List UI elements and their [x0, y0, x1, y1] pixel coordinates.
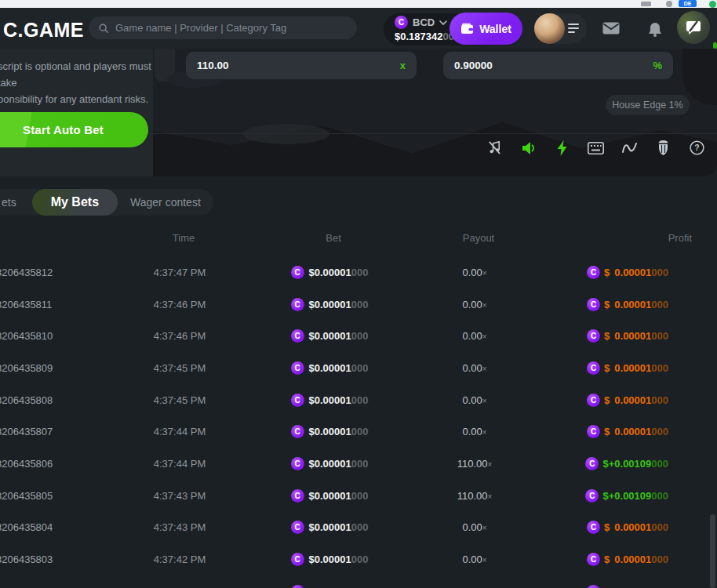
bcd-coin-icon: C: [587, 329, 600, 343]
table-row[interactable]: 8206435806 4:37:44 PM C $0.00001000 110.…: [0, 448, 717, 480]
table-rows: 8206435812 4:37:47 PM C $0.00001000 0.00…: [0, 256, 717, 588]
start-auto-bet-button[interactable]: Start Auto Bet: [0, 112, 148, 147]
percent-icon: %: [653, 60, 662, 71]
currency-selector[interactable]: C BCD $0.18734200: [395, 16, 454, 42]
table-row[interactable]: 8206435811 4:37:46 PM C $0.00001000 0.00…: [0, 289, 717, 321]
tab-my-bets[interactable]: My Bets: [32, 189, 118, 216]
bcd-coin-icon: C: [395, 16, 408, 29]
bet-id: 8206435806: [0, 458, 122, 470]
bcd-coin-icon: C: [291, 489, 304, 503]
bet-id: 8206435805: [0, 490, 122, 502]
bet-amount: $0.00001000: [309, 394, 369, 406]
bet-amount: $0.00001000: [309, 554, 369, 565]
bcd-coin-icon: C: [587, 361, 600, 375]
table-header: Time Bet Payout Profit: [0, 232, 717, 244]
payout-multiplier-input[interactable]: 110.00 x: [186, 52, 417, 79]
bcd-coin-icon: C: [587, 298, 600, 311]
bcd-coin-icon: C: [291, 521, 304, 534]
bet-amount: $0.00001000: [309, 426, 369, 437]
site-logo[interactable]: C.GAME: [3, 19, 84, 42]
payout-multiplier: 0.00×: [421, 554, 528, 565]
bet-id: 8206435808: [0, 394, 122, 406]
bell-icon[interactable]: [648, 22, 662, 41]
profile-menu[interactable]: [534, 13, 587, 44]
win-chance-value: 0.90000: [454, 60, 653, 71]
profit-amount: $0.00001000: [604, 362, 668, 374]
music-off-icon[interactable]: [486, 140, 503, 156]
chat-disabled-icon[interactable]: [677, 11, 710, 44]
table-row-partial[interactable]: C $0.00001000 0.00× C $0.00001000: [0, 575, 717, 588]
bcd-coin-icon: C: [291, 585, 304, 588]
table-row[interactable]: 8206435803 4:37:42 PM C $0.00001000 0.00…: [0, 543, 717, 575]
trends-wave-icon[interactable]: [621, 140, 638, 156]
browser-toolbar-strip: DE: [0, 0, 717, 8]
payout-multiplier: 0.00×: [421, 426, 528, 437]
game-panel: 110.00 x 0.90000 % House Edge 1%: [153, 49, 717, 176]
profit-amount: $0.00001000: [604, 330, 668, 342]
sound-on-icon[interactable]: [520, 140, 537, 156]
bet-amount: $0.00001000: [309, 458, 369, 470]
bcd-coin-icon: C: [587, 425, 600, 438]
table-row[interactable]: 8206435809 4:37:45 PM C $0.00001000 0.00…: [0, 352, 717, 384]
table-row[interactable]: 8206435805 4:37:43 PM C $0.00001000 110.…: [0, 480, 717, 512]
browser-profile-icon[interactable]: [666, 1, 672, 7]
bcd-coin-icon: C: [291, 298, 304, 311]
header-payout: Payout: [425, 232, 532, 244]
turbo-bolt-icon[interactable]: [554, 140, 570, 156]
browser-status-dot: [709, 1, 716, 8]
win-chance-input[interactable]: 0.90000 %: [443, 52, 673, 79]
bcd-coin-icon: C: [291, 553, 304, 566]
notification-dot: [713, 42, 717, 49]
bet-time: 4:37:43 PM: [122, 521, 238, 533]
table-row[interactable]: 8206435810 4:37:46 PM C $0.00001000 0.00…: [0, 320, 717, 352]
bet-time: 4:37:47 PM: [122, 267, 238, 278]
hotkeys-keyboard-icon[interactable]: [588, 140, 604, 156]
bcd-coin-icon: C: [587, 266, 600, 279]
autobet-panel: script is optional and players must take…: [0, 49, 153, 176]
payout-multiplier: 110.00×: [421, 490, 528, 502]
payout-multiplier: 0.00×: [421, 362, 528, 374]
wallet-label: Wallet: [479, 23, 511, 35]
bcd-coin-icon: C: [587, 521, 600, 534]
table-row[interactable]: 8206435804 4:37:43 PM C $0.00001000 0.00…: [0, 512, 717, 544]
profit-amount: $+0.00109000: [602, 458, 668, 470]
language-badge[interactable]: DE: [679, 0, 697, 7]
bcd-coin-icon: C: [291, 329, 304, 343]
profit-amount: $0.00001000: [604, 554, 668, 565]
bet-amount: $0.00001000: [309, 267, 369, 278]
multiplier-x-icon: x: [400, 60, 406, 71]
bet-time: 4:37:44 PM: [122, 426, 238, 437]
wallet-icon: [460, 23, 474, 34]
toolbar-divider: [153, 133, 717, 134]
header-id: [0, 232, 126, 244]
avatar[interactable]: [534, 13, 565, 44]
bcd-coin-icon: C: [291, 425, 304, 438]
profit-amount: $0.00001000: [604, 521, 668, 533]
search-icon: [98, 23, 109, 34]
bet-id: 8206435807: [0, 426, 122, 437]
browser-extension-icon[interactable]: [641, 2, 651, 6]
table-row[interactable]: 8206435812 4:37:47 PM C $0.00001000 0.00…: [0, 256, 717, 289]
payout-multiplier: 0.00×: [421, 267, 528, 278]
search-input[interactable]: Game name | Provider | Category Tag: [89, 16, 357, 39]
profit-amount: $0.00001000: [604, 299, 668, 310]
payout-multiplier: 0.00×: [421, 299, 528, 310]
balance-amount: $0.18734200: [395, 31, 454, 42]
help-icon[interactable]: ?: [689, 140, 705, 156]
payout-multiplier: 0.00×: [421, 330, 528, 342]
game-art: [243, 124, 329, 144]
bet-amount: $0.00001000: [309, 521, 369, 533]
tab-wager-contest[interactable]: Wager contest: [118, 196, 213, 209]
wallet-button[interactable]: Wallet: [449, 13, 522, 45]
bet-time: 4:37:45 PM: [122, 362, 238, 374]
bets-tabs: ets My Bets Wager contest: [0, 189, 213, 216]
table-row[interactable]: 8206435808 4:37:45 PM C $0.00001000 0.00…: [0, 384, 717, 416]
table-row[interactable]: 8206435807 4:37:44 PM C $0.00001000 0.00…: [0, 416, 717, 448]
mail-icon[interactable]: [602, 22, 620, 38]
bcd-coin-icon: C: [585, 457, 599, 470]
tab-all-bets[interactable]: ets: [2, 196, 32, 209]
seeds-icon[interactable]: [655, 140, 672, 156]
bet-time: 4:37:46 PM: [122, 299, 238, 310]
scrollbar-thumb[interactable]: [710, 514, 715, 588]
payout-multiplier: 110.00×: [421, 458, 528, 470]
